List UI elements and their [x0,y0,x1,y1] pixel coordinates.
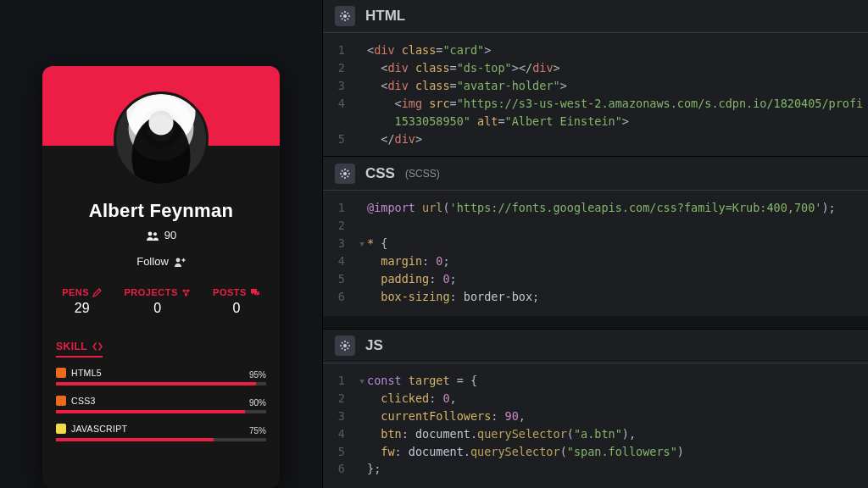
code-content[interactable]: <div class="avatar-holder"> [367,77,868,95]
editor-js-title: JS [365,337,383,354]
code-line[interactable]: 4 margin: 0; [323,252,868,270]
skill-css3-fill [56,410,245,413]
code-line[interactable]: 1 <div class="card"> [323,42,868,59]
fold-gutter[interactable] [357,460,367,478]
follow-label: Follow [136,255,169,268]
fold-gutter[interactable] [357,113,367,130]
code-content[interactable]: <div class="ds-top"></div> [367,59,868,77]
code-content[interactable]: * { [367,235,868,252]
fold-gutter[interactable] [357,425,367,443]
editor-html: HTML 1 <div class="card">2 <div class="d… [323,0,868,156]
fold-gutter[interactable]: ▾ [357,372,367,390]
comments-icon [250,288,260,297]
fold-gutter[interactable]: ▾ [357,235,367,252]
code-content[interactable]: fw: document.querySelector("span.followe… [367,443,868,461]
line-number: 5 [323,443,357,461]
stat-posts-label: POSTS [213,287,247,297]
editor-html-title: HTML [365,8,405,25]
fold-gutter[interactable] [357,270,367,288]
line-number: 4 [323,95,357,113]
line-number: 3 [323,408,357,425]
skill-css3: CSS3 90% [56,396,266,413]
code-content[interactable]: padding: 0; [367,270,868,288]
settings-button-js[interactable] [335,336,355,356]
code-line[interactable]: 3 <div class="avatar-holder"> [323,77,868,95]
html5-icon [56,368,66,378]
gear-icon [339,10,351,22]
stat-pens-value: 29 [62,301,102,316]
code-content[interactable]: const target = { [367,372,868,390]
editor-css: CSS (SCSS) 1 @import url('https://fonts.… [323,156,868,329]
code-content[interactable]: <div class="card"> [367,42,868,59]
skill-css3-pct: 90% [249,398,266,408]
gear-icon [339,168,351,180]
fold-gutter[interactable] [357,130,367,148]
code-content[interactable]: @import url('https://fonts.googleapis.co… [367,199,868,217]
line-number: 4 [323,425,357,443]
line-number: 5 [323,270,357,288]
code-content[interactable]: <img src="https://s3-us-west-2.amazonaws… [367,95,868,113]
stat-projects: PROJECTS 0 [124,287,190,316]
code-content[interactable] [367,217,868,235]
fold-gutter[interactable] [357,59,367,77]
skill-js-fill [56,438,214,441]
fold-gutter[interactable] [357,42,367,59]
code-content[interactable]: }; [367,460,868,478]
fold-gutter[interactable] [357,217,367,235]
line-number: 4 [323,252,357,270]
svg-point-2 [175,258,180,262]
editor-html-body[interactable]: 1 <div class="card">2 <div class="ds-top… [323,33,868,156]
fold-gutter[interactable] [357,77,367,95]
skill-css3-name: CSS3 [71,396,96,406]
code-line[interactable]: 4 <img src="https://s3-us-west-2.amazona… [323,95,868,113]
code-content[interactable]: 1533058950" alt="Albert Einstein"> [367,113,868,130]
settings-button-css[interactable] [335,164,355,184]
code-line[interactable]: 3▾* { [323,235,868,252]
fold-gutter[interactable] [357,390,367,408]
code-line[interactable]: 5 fw: document.querySelector("span.follo… [323,443,868,461]
line-number: 1 [323,42,357,59]
profile-card: Albert Feynman 90 Follow PENS [42,66,280,488]
code-content[interactable]: box-sizing: border-box; [367,288,868,306]
line-number: 2 [323,390,357,408]
code-content[interactable]: clicked: 0, [367,390,868,408]
svg-point-7 [343,172,347,175]
settings-button-html[interactable] [335,6,355,26]
editor-css-body[interactable]: 1 @import url('https://fonts.googleapis.… [323,191,868,316]
svg-point-8 [343,344,347,347]
code-line[interactable]: 5 </div> [323,130,868,148]
fold-gutter[interactable] [357,95,367,113]
skill-title: SKILL [56,341,87,352]
fold-gutter[interactable] [357,443,367,461]
code-line[interactable]: 1 @import url('https://fonts.googleapis.… [323,199,868,217]
code-line[interactable]: 3 currentFollowers: 90, [323,408,868,425]
code-line[interactable]: 2 <div class="ds-top"></div> [323,59,868,77]
js-icon [56,424,66,434]
code-content[interactable]: currentFollowers: 90, [367,408,868,425]
fold-gutter[interactable] [357,199,367,217]
code-line[interactable]: 1533058950" alt="Albert Einstein"> [323,113,868,130]
code-content[interactable]: </div> [367,130,868,148]
code-line[interactable]: 5 padding: 0; [323,270,868,288]
css3-icon [56,396,66,406]
profile-name: Albert Feynman [42,200,280,222]
fold-gutter[interactable] [357,288,367,306]
fold-gutter[interactable] [357,408,367,425]
code-line[interactable]: 6 box-sizing: border-box; [323,288,868,306]
project-icon [181,288,191,297]
follow-button[interactable]: Follow [136,255,186,268]
code-line[interactable]: 1▾const target = { [323,372,868,390]
code-line[interactable]: 2 [323,217,868,235]
editor-js-body[interactable]: 1▾const target = {2 clicked: 0,3 current… [323,363,868,488]
code-line[interactable]: 4 btn: document.querySelector("a.btn"), [323,425,868,443]
line-number: 5 [323,130,357,148]
skill-js-pct: 75% [249,426,266,435]
code-content[interactable]: margin: 0; [367,252,868,270]
code-line[interactable]: 6 }; [323,460,868,478]
code-line[interactable]: 2 clicked: 0, [323,390,868,408]
code-content[interactable]: btn: document.querySelector("a.btn"), [367,425,868,443]
editor-css-title: CSS [365,165,395,182]
line-number [323,113,357,130]
stat-posts-value: 0 [213,301,260,316]
fold-gutter[interactable] [357,252,367,270]
